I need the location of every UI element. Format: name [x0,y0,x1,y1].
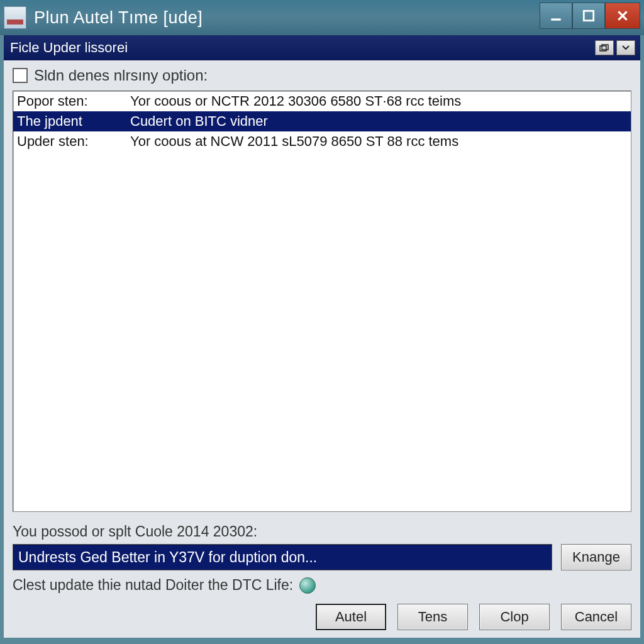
globe-icon [299,577,316,594]
clest-label: Clest update thie nutad Doiter the DTC L… [13,577,293,594]
close-icon [616,9,630,23]
list-item-value: Yor coous or NCTR 2012 30306 6580 ST·68 … [130,91,627,111]
path-row: Undrests Ged Better in Y37V for duption … [13,544,631,570]
window-title: Plun Autel Tıme [ude] [34,8,540,28]
svg-rect-3 [602,45,608,50]
clest-row: Clest update thie nutad Doiter the DTC L… [13,577,631,594]
list-item-value: Yor coous at NCW 2011 sL5079 8650 ST 88 … [130,131,627,152]
list-item-label: The jpdent [17,111,130,131]
list-item-value: Cudert on BITC vidner [130,111,627,131]
maximize-button[interactable] [572,3,605,29]
svg-rect-2 [600,46,606,51]
dialog-body: Sldn denes nlrsıny option: Popor sten: Y… [4,60,640,638]
action-buttons: Autel Tens Clop Cancel [13,604,631,630]
window-controls [540,3,640,29]
minimize-button[interactable] [540,3,572,29]
close-button[interactable] [605,3,640,29]
list-item-label: Upder sten: [17,131,130,152]
svg-rect-1 [584,11,593,20]
list-item[interactable]: The jpdent Cudert on BITC vidner [13,111,631,131]
chevron-down-icon [622,45,630,50]
clop-button[interactable]: Clop [479,604,550,630]
knange-button[interactable]: Knange [561,544,631,570]
option-checkbox-row: Sldn denes nlrsıny option: [13,67,631,84]
subheader-dropdown-button[interactable] [616,40,635,55]
subheader-title: Ficle Upder lissorei [10,40,595,56]
option-checkbox[interactable] [13,68,28,83]
tens-button[interactable]: Tens [397,604,468,630]
restore-icon [599,44,609,52]
subheader-controls [595,40,635,55]
option-checkbox-label: Sldn denes nlrsıny option: [34,67,208,84]
cancel-button[interactable]: Cancel [561,604,631,630]
subheader: Ficle Upder lissorei [4,35,640,60]
minimize-icon [549,9,563,23]
svg-rect-0 [551,18,560,20]
autel-button[interactable]: Autel [316,604,386,630]
list-item-label: Popor sten: [17,91,130,111]
path-field[interactable]: Undrests Ged Better in Y37V for duption … [13,544,552,570]
subheader-restore-button[interactable] [595,40,614,55]
app-icon [4,6,26,29]
listbox[interactable]: Popor sten: Yor coous or NCTR 2012 30306… [13,91,631,512]
main-window: Plun Autel Tıme [ude] Ficle Upder lissor… [0,0,644,641]
titlebar: Plun Autel Tıme [ude] [0,0,644,35]
client-area: Ficle Upder lissorei Sldn denes nlrsıny … [0,35,644,641]
list-item[interactable]: Popor sten: Yor coous or NCTR 2012 30306… [13,91,631,111]
list-item[interactable]: Upder sten: Yor coous at NCW 2011 sL5079… [13,131,631,152]
maximize-icon [582,9,596,23]
status-text: You possod or splt Cuole 2014 20302: [13,523,631,540]
